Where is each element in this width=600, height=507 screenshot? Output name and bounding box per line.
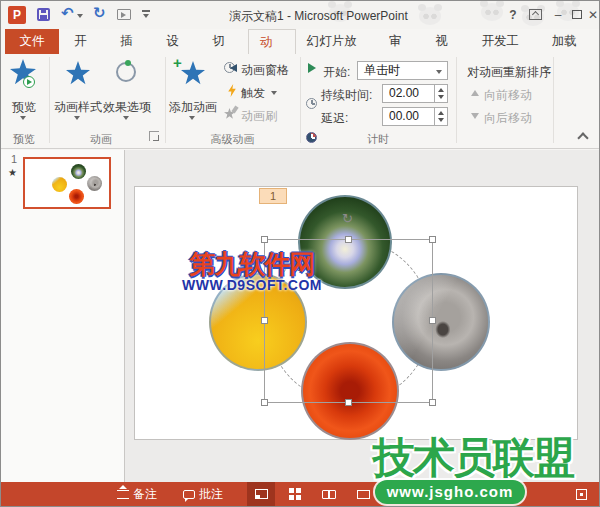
animation-styles-icon[interactable] [66, 61, 90, 85]
panda-watermark [419, 7, 441, 25]
save-icon[interactable] [37, 8, 50, 21]
selection-handle-mid-left[interactable] [261, 317, 268, 324]
start-value: 单击时 [364, 63, 400, 77]
powerpoint-window: P ↶ ↻ 演示文稿1 - Microsoft PowerPoint ? – ✕… [0, 0, 600, 507]
slide-thumbnail[interactable] [23, 157, 111, 209]
add-animation-button[interactable]: 添加动画 [163, 99, 223, 116]
slide-canvas[interactable]: ↻ 1 [134, 186, 578, 440]
effect-options-dropdown-icon[interactable] [123, 116, 129, 120]
comments-button[interactable]: 批注 [183, 482, 223, 506]
tab-transitions[interactable]: 切换 [201, 29, 247, 54]
animation-styles-dropdown-icon[interactable] [74, 116, 80, 120]
help-icon[interactable]: ? [504, 1, 522, 29]
tab-home[interactable]: 开始 [63, 29, 109, 54]
ribbon-display-options-icon[interactable] [529, 9, 542, 20]
preview-button[interactable]: 预览 [1, 99, 47, 116]
move-later-button: 向后移动 [484, 110, 532, 127]
move-later-icon [471, 113, 479, 119]
preview-dropdown-icon[interactable] [20, 116, 26, 120]
effect-options-icon[interactable] [116, 62, 136, 82]
start-combo-caret-icon[interactable] [436, 70, 442, 74]
trigger-dropdown-icon[interactable] [271, 91, 277, 95]
selection-handle-top-right[interactable] [429, 236, 436, 243]
comments-icon [183, 490, 195, 499]
minimize-button[interactable]: – [549, 1, 567, 29]
selection-handle-bottom-center[interactable] [345, 399, 352, 406]
move-earlier-button: 向前移动 [484, 87, 532, 104]
start-combobox[interactable]: 单击时 [357, 61, 448, 80]
selection-handle-bottom-left[interactable] [261, 399, 268, 406]
tab-addins[interactable]: 加载项 [541, 29, 599, 54]
fit-to-window-icon [576, 489, 587, 500]
slideshow-view-button[interactable] [349, 482, 377, 506]
reading-view-button[interactable] [315, 482, 343, 506]
move-earlier-icon [471, 90, 479, 96]
tab-view[interactable]: 视图 [424, 29, 470, 54]
tab-design[interactable]: 设计 [155, 29, 201, 54]
powerpoint-logo-icon[interactable]: P [8, 6, 26, 24]
animation-painter-brush-icon [231, 105, 238, 113]
slide-sorter-icon [289, 488, 301, 500]
add-animation-plus-icon: + [173, 58, 182, 68]
selection-handle-top-center[interactable] [345, 236, 352, 243]
animation-styles-button[interactable]: 动画样式 [51, 99, 105, 116]
animation-indicator-icon: ★ [8, 167, 17, 178]
maximize-button[interactable] [572, 10, 582, 19]
fit-to-window-button[interactable] [567, 482, 595, 506]
thumb-circle-green [71, 164, 86, 179]
collapse-ribbon-icon[interactable] [577, 132, 588, 143]
delay-label: 延迟: [321, 110, 348, 127]
add-animation-dropdown-icon[interactable] [189, 116, 195, 120]
slideshow-icon [357, 490, 370, 499]
tab-developer[interactable]: 开发工具 [470, 29, 540, 54]
notes-button[interactable]: 备注 [117, 482, 157, 506]
reorder-title: 对动画重新排序 [467, 64, 551, 81]
animation-number-badge[interactable]: 1 [259, 188, 287, 204]
customize-qat-icon[interactable] [142, 10, 150, 12]
tab-file[interactable]: 文件 [5, 29, 59, 54]
reading-view-icon [322, 490, 336, 499]
start-icon [308, 63, 316, 73]
tab-slideshow[interactable]: 幻灯片放映 [296, 29, 378, 54]
duration-label: 持续时间: [321, 87, 372, 104]
delay-spinner[interactable] [434, 108, 447, 125]
animation-pane-button[interactable]: 动画窗格 [241, 62, 289, 79]
tab-review[interactable]: 审阅 [378, 29, 424, 54]
rotation-handle-icon[interactable]: ↻ [342, 213, 353, 225]
start-slideshow-icon[interactable] [117, 9, 131, 20]
selection-handle-bottom-right[interactable] [429, 399, 436, 406]
title-bar: P ↶ ↻ 演示文稿1 - Microsoft PowerPoint ? – ✕ [1, 1, 599, 29]
trigger-button[interactable]: 触发 [241, 85, 265, 102]
selection-handle-mid-right[interactable] [429, 317, 436, 324]
tab-animations[interactable]: 动画 [248, 29, 296, 54]
slide-number: 1 [11, 153, 17, 165]
undo-icon[interactable]: ↶ [61, 4, 74, 22]
add-animation-icon[interactable] [181, 61, 205, 85]
preview-play-icon [23, 76, 35, 88]
notes-label: 备注 [133, 486, 157, 503]
duration-spinbox[interactable]: 02.00 [382, 84, 448, 103]
delay-spinbox[interactable]: 00.00 [382, 107, 448, 126]
duration-value: 02.00 [389, 86, 419, 100]
group-label-animation: 动画 [49, 132, 153, 147]
group-label-timing: 计时 [300, 132, 456, 147]
trigger-bolt-icon [227, 84, 237, 97]
normal-view-button[interactable] [247, 482, 275, 506]
delay-value: 00.00 [389, 109, 419, 123]
slide-thumbnail-panel[interactable]: 1 ★ [1, 150, 125, 482]
undo-dropdown-icon[interactable] [77, 14, 83, 18]
watermark-d9soft: 第九软件网 WWW.D9SOFT.COM [182, 251, 322, 293]
slide-sorter-view-button[interactable] [281, 482, 309, 506]
effect-options-button[interactable]: 效果选项 [100, 99, 154, 116]
main-area: 1 ★ ↻ 1 [1, 150, 599, 482]
group-label-advanced: 高级动画 [165, 132, 300, 147]
animation-painter-button: 动画刷 [241, 108, 277, 125]
panda-watermark [481, 3, 503, 21]
animation-dialog-launcher-icon[interactable] [149, 131, 159, 141]
customize-qat-caret-icon[interactable] [143, 14, 149, 18]
selection-handle-top-left[interactable] [261, 236, 268, 243]
tab-insert[interactable]: 插入 [109, 29, 155, 54]
close-button[interactable]: ✕ [584, 1, 600, 29]
redo-icon[interactable]: ↻ [93, 4, 106, 22]
duration-spinner[interactable] [434, 85, 447, 102]
